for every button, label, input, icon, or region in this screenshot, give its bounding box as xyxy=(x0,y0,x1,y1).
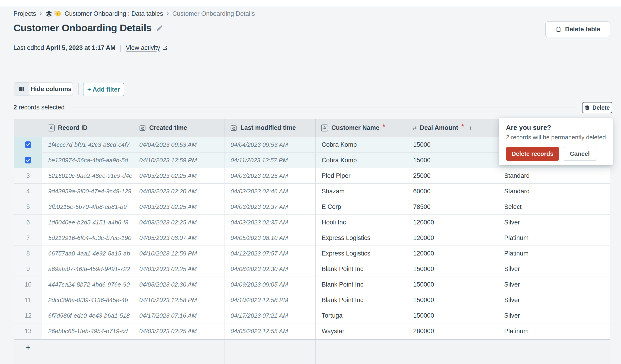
cell-customer-name[interactable]: Express Logistics xyxy=(316,230,407,245)
cell-created-time[interactable]: 04/03/2023 02:20 AM xyxy=(133,184,225,199)
cell-created-time[interactable]: 04/03/2023 02:25 AM xyxy=(133,199,225,214)
row-handle-cell[interactable]: 9 xyxy=(14,261,42,277)
row-handle-cell[interactable]: 8 xyxy=(14,246,42,261)
add-row-cell[interactable]: + xyxy=(14,340,42,364)
row-checkbox-checked[interactable] xyxy=(25,157,31,163)
cell-blank[interactable] xyxy=(576,246,610,261)
cell-created-time[interactable]: 04/08/2023 02:30 AM xyxy=(133,277,225,292)
cell-customer-name[interactable]: Express Logistics xyxy=(316,246,407,261)
cell-record-id[interactable]: 5d212916-6f04-4e3e-b7ce-190 xyxy=(42,230,133,245)
cell-customer-name[interactable]: E Corp xyxy=(316,199,407,214)
delete-table-button[interactable]: Delete table xyxy=(545,21,610,37)
cell-deal-amount[interactable]: 120000 xyxy=(407,230,498,245)
cell-last-modified-time[interactable]: 04/03/2023 02:35 AM xyxy=(224,215,316,230)
cancel-button[interactable]: Cancel xyxy=(563,147,597,161)
row-handle-cell[interactable]: 11 xyxy=(14,292,42,308)
cell-record-id[interactable]: 26ebbc65-1feb-49b4-b719-cd xyxy=(42,323,133,339)
column-header-deal-amount[interactable]: #Deal Amount*↑ xyxy=(407,119,498,137)
cell-blank[interactable] xyxy=(576,199,610,214)
cell-blank[interactable] xyxy=(576,230,610,245)
cell-customer-name[interactable]: Waystar xyxy=(316,323,407,339)
cell-blank[interactable] xyxy=(576,323,610,339)
row-handle-cell[interactable]: 13 xyxy=(14,323,42,339)
cell-plan[interactable]: Silver xyxy=(498,277,576,292)
row-handle-cell[interactable] xyxy=(14,137,42,152)
cell-blank[interactable] xyxy=(576,292,610,308)
delete-selected-button[interactable]: Delete xyxy=(582,102,612,113)
cell-record-id[interactable]: be128974-56ca-4bf6-aa9b-5d xyxy=(42,153,133,168)
cell-deal-amount[interactable]: 280000 xyxy=(407,323,498,339)
cell-record-id[interactable]: 2dcd398e-0f39-4136-845e-4b xyxy=(42,292,133,308)
cell-blank[interactable] xyxy=(576,261,610,277)
cell-plan[interactable]: Silver xyxy=(498,261,576,277)
cell-blank[interactable] xyxy=(576,308,610,323)
cell-last-modified-time[interactable]: 04/05/2023 08:10 AM xyxy=(224,230,316,245)
cell-blank[interactable] xyxy=(576,215,610,230)
breadcrumb-workspace[interactable]: Customer Onboarding : Data tables xyxy=(65,10,163,17)
column-header-customer-name[interactable]: ACustomer Name* xyxy=(316,119,407,137)
cell-customer-name[interactable]: Blank Point Inc xyxy=(316,277,407,292)
cell-plan[interactable]: Platinum xyxy=(498,246,576,261)
cell-last-modified-time[interactable]: 04/12/2023 07:57 AM xyxy=(224,246,316,261)
cell-last-modified-time[interactable]: 04/05/2023 12:55 AM xyxy=(224,323,316,339)
cell-last-modified-time[interactable]: 04/03/2023 02:46 AM xyxy=(224,184,316,199)
cell-customer-name[interactable]: Shazam xyxy=(316,184,407,199)
cell-deal-amount[interactable]: 120000 xyxy=(407,246,498,261)
cell-plan[interactable]: Standard xyxy=(498,168,576,183)
cell-created-time[interactable]: 04/03/2023 02:25 AM xyxy=(133,261,225,277)
cell-customer-name[interactable]: Hooli Inc xyxy=(316,215,407,230)
cell-record-id[interactable]: 1d8040ee-b2d5-4151-a4b6-f3 xyxy=(42,215,133,230)
cell-deal-amount[interactable]: 15000 xyxy=(407,137,498,152)
cell-plan[interactable]: Platinum xyxy=(498,323,576,339)
cell-record-id[interactable]: 5216010c-9aa2-48ec-91c9-d4e xyxy=(42,168,133,183)
cell-customer-name[interactable]: Blank Point Inc xyxy=(316,292,407,308)
cell-plan[interactable]: Silver xyxy=(498,215,576,230)
cell-customer-name[interactable]: Pied Piper xyxy=(316,168,407,183)
cell-deal-amount[interactable]: 150000 xyxy=(407,308,498,323)
delete-records-button[interactable]: Delete records xyxy=(506,147,559,161)
cell-record-id[interactable]: 9d43959a-3f00-47e4-9c49-129 xyxy=(42,184,133,199)
cell-record-id[interactable]: 6f7d586f-edc0-4e43-b6a1-518 xyxy=(42,308,133,323)
cell-deal-amount[interactable]: 120000 xyxy=(407,215,498,230)
row-handle-cell[interactable]: 3 xyxy=(14,168,42,183)
row-handle-cell[interactable]: 7 xyxy=(14,230,42,245)
cell-last-modified-time[interactable]: 04/03/2023 02:25 AM xyxy=(224,168,316,183)
cell-customer-name[interactable]: Cobra Komp xyxy=(316,153,407,168)
cell-last-modified-time[interactable]: 04/09/2023 09:05 AM xyxy=(224,277,316,292)
cell-plan[interactable]: Silver xyxy=(498,308,576,323)
cell-plan[interactable]: Platinum xyxy=(498,230,576,245)
sort-ascending-icon[interactable]: ↑ xyxy=(469,124,472,132)
add-row-button[interactable]: + xyxy=(26,340,31,352)
hide-columns-button[interactable]: Hide columns xyxy=(14,82,73,96)
breadcrumb-projects[interactable]: Projects xyxy=(14,10,36,17)
cell-record-id[interactable]: 1f4ccc7d-bf91-42c3-a8cd-c4f7 xyxy=(42,137,133,152)
cell-record-id[interactable]: 3fb0215e-5b70-4fb8-ab81-b9 xyxy=(42,199,133,214)
cell-created-time[interactable]: 04/05/2023 08:07 AM xyxy=(133,230,225,245)
row-handle-cell[interactable]: 10 xyxy=(14,277,42,292)
cell-created-time[interactable]: 04/03/2023 02:25 AM xyxy=(133,168,225,183)
column-header-created-time[interactable]: Created time xyxy=(133,119,225,137)
cell-plan[interactable]: Select xyxy=(498,199,576,214)
cell-deal-amount[interactable]: 150000 xyxy=(407,292,498,308)
cell-customer-name[interactable]: Tortuga xyxy=(316,308,407,323)
cell-deal-amount[interactable]: 150000 xyxy=(407,261,498,277)
cell-plan[interactable]: Silver xyxy=(498,292,576,308)
view-activity-link[interactable]: View activity xyxy=(126,44,168,52)
row-handle-cell[interactable]: 12 xyxy=(14,308,42,323)
cell-customer-name[interactable]: Blank Point Inc xyxy=(316,261,407,277)
cell-plan[interactable]: Standard xyxy=(498,184,576,199)
cell-deal-amount[interactable]: 15000 xyxy=(407,153,498,168)
row-checkbox-checked[interactable] xyxy=(25,141,31,148)
cell-created-time[interactable]: 04/10/2023 12:59 PM xyxy=(133,246,225,261)
cell-record-id[interactable]: a69afa07-46fa-459d-9491-722 xyxy=(42,261,133,277)
cell-blank[interactable] xyxy=(576,184,610,199)
column-header-last-modified-time[interactable]: Last modified time xyxy=(224,119,316,137)
cell-record-id[interactable]: 4447ca24-8b72-4bd6-976e-90 xyxy=(42,277,133,292)
cell-last-modified-time[interactable]: 04/17/2023 07:21 AM xyxy=(224,308,316,323)
cell-created-time[interactable]: 04/17/2023 07:16 AM xyxy=(133,308,225,323)
cell-created-time[interactable]: 04/03/2023 02:25 AM xyxy=(133,215,225,230)
cell-last-modified-time[interactable]: 04/11/2023 12:57 PM xyxy=(224,153,316,168)
cell-blank[interactable] xyxy=(576,277,610,292)
cell-deal-amount[interactable]: 60000 xyxy=(407,184,498,199)
cell-created-time[interactable]: 04/10/2023 12:59 PM xyxy=(133,153,225,168)
